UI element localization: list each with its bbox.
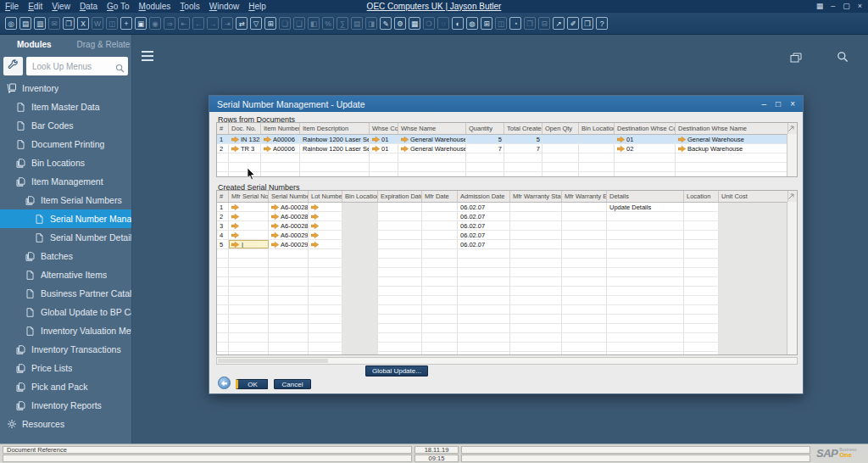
- cell[interactable]: [684, 315, 719, 323]
- share-screen-icon[interactable]: ↗: [553, 17, 565, 30]
- sidebar-item-alternative-items[interactable]: Alternative Items: [0, 265, 131, 284]
- menu-item-tools[interactable]: Tools: [180, 2, 199, 11]
- cell[interactable]: [378, 249, 422, 258]
- cell[interactable]: 01: [370, 135, 398, 143]
- cell[interactable]: A6-000293: [269, 240, 309, 248]
- column-header-mfr-warranty-end[interactable]: Mfr Warranty End: [562, 191, 607, 202]
- sidebar-item-resources[interactable]: Resources: [0, 415, 131, 433]
- cell[interactable]: [510, 343, 562, 351]
- link-arrow-icon[interactable]: [311, 232, 319, 238]
- expand-table-icon[interactable]: [787, 192, 796, 201]
- cell[interactable]: [229, 343, 269, 351]
- column-header-admission-date[interactable]: Admission Date: [458, 191, 510, 202]
- cell[interactable]: [684, 259, 719, 267]
- cell[interactable]: A6-000284: [269, 203, 309, 211]
- cell[interactable]: 06.02.07: [458, 240, 510, 248]
- cell[interactable]: [458, 352, 510, 355]
- cell[interactable]: [510, 352, 562, 355]
- cell[interactable]: [229, 324, 269, 332]
- cell[interactable]: [378, 305, 422, 314]
- cell[interactable]: 01: [370, 144, 398, 153]
- link-arrow-icon[interactable]: [231, 223, 239, 229]
- cell[interactable]: [342, 343, 378, 351]
- menu-item-help[interactable]: Help: [248, 2, 266, 11]
- cell[interactable]: [458, 277, 510, 286]
- cell[interactable]: [378, 287, 422, 295]
- cell[interactable]: [229, 296, 269, 304]
- cell[interactable]: [542, 163, 579, 171]
- table-row[interactable]: 2A6-00028706.02.07: [217, 212, 797, 221]
- column-header-item-description[interactable]: Item Description: [300, 123, 370, 134]
- cell[interactable]: [607, 231, 684, 239]
- cell[interactable]: [607, 259, 684, 267]
- column-header-doc-no[interactable]: Doc. No.: [229, 123, 261, 134]
- cell[interactable]: [719, 221, 788, 230]
- column-header-location[interactable]: Location: [684, 191, 719, 202]
- cell[interactable]: [719, 287, 788, 295]
- global-search-icon[interactable]: [837, 51, 849, 66]
- cell[interactable]: [615, 172, 676, 177]
- cell[interactable]: [562, 221, 607, 230]
- lock-screen-icon[interactable]: ▣: [135, 17, 147, 30]
- cell[interactable]: [342, 240, 378, 248]
- cell[interactable]: [607, 343, 684, 351]
- cell[interactable]: [684, 268, 719, 276]
- table-row[interactable]: 1IN 1321A00006Rainbow 1200 Laser Series0…: [217, 135, 797, 144]
- cell[interactable]: 1: [217, 135, 229, 143]
- tab-drag-relate[interactable]: Drag & Relate: [77, 40, 131, 49]
- cell[interactable]: [229, 203, 269, 211]
- menu-item-view[interactable]: View: [52, 2, 70, 11]
- link-arrow-icon[interactable]: [372, 146, 380, 152]
- cell[interactable]: [719, 268, 788, 276]
- sidebar-item-bar-codes[interactable]: Bar Codes: [0, 116, 131, 135]
- apps-grid-icon[interactable]: ▦: [816, 0, 824, 13]
- cell[interactable]: 3: [217, 221, 229, 230]
- cell[interactable]: [269, 305, 309, 314]
- cell[interactable]: [607, 249, 684, 258]
- cell[interactable]: [562, 212, 607, 220]
- back-button[interactable]: [218, 377, 231, 389]
- cell[interactable]: [217, 343, 229, 351]
- cell[interactable]: [342, 287, 378, 295]
- link-arrow-icon[interactable]: [231, 204, 239, 210]
- cell[interactable]: [217, 268, 229, 276]
- find-document-icon[interactable]: ◎: [5, 17, 17, 30]
- global-update-button[interactable]: Global Update...: [365, 365, 428, 377]
- web-client-icon[interactable]: ❒: [581, 17, 593, 30]
- cell[interactable]: [562, 259, 607, 267]
- cell[interactable]: Rainbow 1200 Laser Series: [300, 144, 370, 153]
- cell[interactable]: [229, 287, 269, 295]
- cell[interactable]: [422, 315, 458, 323]
- table-row[interactable]: 1A6-00028406.02.07Update Details: [217, 203, 797, 212]
- sidebar-item-document-printing[interactable]: Document Printing: [0, 135, 131, 153]
- cell[interactable]: [229, 268, 269, 276]
- link-arrow-icon[interactable]: [264, 137, 271, 142]
- cell[interactable]: [542, 144, 579, 153]
- cell[interactable]: [422, 324, 458, 332]
- sidebar-item-batches[interactable]: Batches: [0, 247, 131, 265]
- sidebar-item-business-partner-catal[interactable]: Business Partner Catal: [0, 284, 131, 303]
- column-header-[interactable]: #: [217, 191, 229, 202]
- link-arrow-icon[interactable]: [231, 242, 239, 248]
- sidebar-item-inventory-transactions[interactable]: Inventory Transactions: [0, 340, 131, 359]
- column-header-whse-name[interactable]: Whse Name: [398, 123, 466, 134]
- column-header-whse-code[interactable]: Whse Code: [370, 123, 398, 134]
- cell[interactable]: [466, 153, 504, 162]
- cell[interactable]: IN 1321: [229, 135, 261, 143]
- table-vertical-scrollbar[interactable]: [787, 202, 797, 354]
- column-header-bin-location[interactable]: Bin Location: [579, 123, 615, 134]
- cell[interactable]: [217, 153, 229, 162]
- link-arrow-icon[interactable]: [271, 232, 279, 238]
- cell[interactable]: [719, 352, 788, 355]
- cell[interactable]: [562, 240, 607, 248]
- cell[interactable]: [510, 231, 562, 239]
- cell[interactable]: A00006: [261, 135, 300, 143]
- cell[interactable]: [684, 212, 719, 220]
- print-preview-icon[interactable]: ▥: [34, 17, 46, 30]
- cell[interactable]: [229, 277, 269, 286]
- cell[interactable]: [510, 315, 562, 323]
- cell[interactable]: [261, 172, 300, 177]
- refresh-record-icon[interactable]: ⇄: [236, 17, 248, 30]
- link-arrow-icon[interactable]: [271, 204, 279, 210]
- cell[interactable]: [458, 259, 510, 267]
